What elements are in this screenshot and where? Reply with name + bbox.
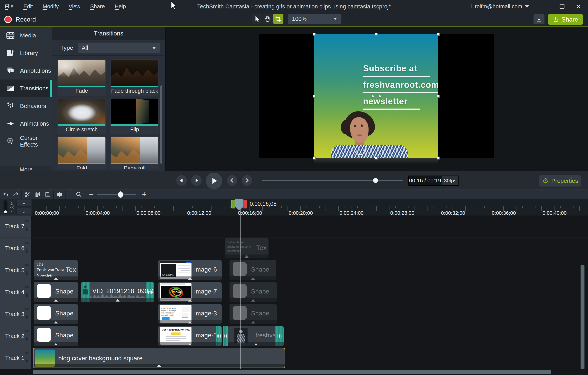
clip-image-7[interactable]: 100%?image-7 <box>158 282 222 302</box>
crop-handle-bottom-right[interactable] <box>437 156 440 159</box>
clip-blog-cover-background-square[interactable]: blog cover background square <box>33 348 285 368</box>
type-select[interactable]: All <box>78 43 160 53</box>
transition-fadeblack[interactable]: Fade through black <box>110 59 159 96</box>
crop-handle-right-mid[interactable] <box>437 95 440 98</box>
copy-button[interactable] <box>33 190 42 198</box>
lock-icon[interactable] <box>24 314 29 319</box>
properties-button[interactable]: ⚙ Properties <box>539 175 581 187</box>
share-button[interactable]: Share <box>548 14 583 25</box>
record-button[interactable]: Record <box>4 15 36 24</box>
clip-shape[interactable]: Shape <box>34 282 78 302</box>
paste-button[interactable] <box>43 190 52 198</box>
undo-button[interactable] <box>1 190 10 198</box>
menu-modify[interactable]: Modify <box>42 3 59 10</box>
select-tool-button[interactable] <box>252 14 262 24</box>
playback-scrubber[interactable] <box>262 180 403 181</box>
menu-edit[interactable]: Edit <box>23 3 33 10</box>
add-track-button[interactable]: + <box>16 200 31 207</box>
eye-icon[interactable] <box>24 306 29 312</box>
crop-handle-top-left[interactable] <box>313 33 316 36</box>
crop-handle-top-right[interactable] <box>437 33 440 36</box>
lock-icon[interactable] <box>24 358 29 363</box>
panel-scrollbar[interactable] <box>160 85 162 164</box>
cut-button[interactable] <box>23 190 32 198</box>
lock-icon[interactable] <box>24 227 29 232</box>
lock-icon[interactable] <box>24 336 29 341</box>
clip-shape[interactable]: Shape <box>230 304 277 324</box>
sidebar-item-media[interactable]: Media <box>0 27 52 44</box>
stage[interactable]: Subscribe atfreshvanroot.com/newsletter <box>259 34 494 158</box>
transition-flip[interactable]: Flip <box>110 98 159 134</box>
menu-share[interactable]: Share <box>90 3 105 10</box>
timeline-ruler[interactable]: 0:00:00;000:00:04;000:00:08;000:00:12;00… <box>32 199 588 216</box>
center-handle[interactable] <box>378 95 381 98</box>
window-minimize-button[interactable]: – <box>545 3 548 10</box>
eye-icon[interactable] <box>24 284 29 290</box>
sidebar-item-cursor-effects[interactable]: Cursor Effects <box>0 132 52 150</box>
eye-icon[interactable] <box>24 262 29 268</box>
crop-tool-button[interactable] <box>273 14 284 24</box>
eye-icon[interactable] <box>24 350 29 355</box>
previous-frame-button[interactable] <box>176 175 187 186</box>
account-menu[interactable]: i_rolfm@hotmail.com <box>471 0 529 13</box>
collapse-tracks-button[interactable]: ⌄ <box>16 208 31 214</box>
play-button[interactable] <box>206 173 222 189</box>
window-maximize-button[interactable]: ❐ <box>559 3 565 10</box>
window-close-button[interactable]: ✕ <box>576 3 581 10</box>
selection-in-handle[interactable] <box>231 200 235 208</box>
transition-clip[interactable] <box>223 326 229 346</box>
timeline-zoom-knob[interactable] <box>118 191 123 198</box>
sidebar-item-annotations[interactable]: aAnnotations <box>0 62 52 80</box>
clip-tex[interactable]: Subscribe atfreshvanroot.com/newsletterT… <box>225 238 269 259</box>
clip-image-3[interactable]: Calendly helps you schedule meetings wit… <box>158 304 222 324</box>
crop-handle-left-mid[interactable] <box>313 95 316 98</box>
menu-help[interactable]: Help <box>115 3 126 10</box>
sidebar-item-behaviors[interactable]: Behaviors <box>0 97 52 115</box>
canvas-zoom-select[interactable]: 100% <box>288 14 341 24</box>
timeline-zoom-slider[interactable] <box>97 194 136 195</box>
crop-handle-bottom-left[interactable] <box>313 156 316 159</box>
clip-tex[interactable]: TheFresh van RootNewsletterTex <box>34 260 78 280</box>
selection-out-handle[interactable] <box>243 200 247 208</box>
download-button[interactable] <box>534 14 545 24</box>
clip-shape[interactable]: Shape <box>230 260 276 280</box>
clip-image-5[interactable]: Get it together, for free.image-5 <box>158 326 222 346</box>
redo-button[interactable] <box>11 190 20 198</box>
timeline-zoom-out-button[interactable]: − <box>87 190 96 198</box>
playhead-line[interactable] <box>240 208 241 369</box>
clip-freshvan[interactable]: freshvan <box>228 326 284 346</box>
transition-fade[interactable]: Fade <box>57 59 106 96</box>
scrubber-knob[interactable] <box>373 178 378 183</box>
track-height-knob[interactable] <box>4 210 7 213</box>
eye-icon[interactable] <box>24 240 29 246</box>
clip-vid-20191218-09020[interactable]: VID_20191218_09020 <box>81 282 154 302</box>
transition-pageroll[interactable]: Page roll <box>110 136 159 169</box>
gradient-background-media[interactable]: Subscribe atfreshvanroot.com/newsletter <box>314 34 438 158</box>
transition-fold[interactable]: Fold <box>57 136 106 169</box>
sidebar-item-transitions[interactable]: Transitions <box>0 80 52 97</box>
vertical-scrollbar[interactable] <box>580 265 585 369</box>
timeline-zoom-in-button[interactable]: + <box>140 190 148 198</box>
crop-handle-top-mid[interactable] <box>375 33 378 36</box>
menu-file[interactable]: File <box>5 3 13 10</box>
crop-handle-bottom-mid[interactable] <box>375 156 378 159</box>
clip-shape[interactable]: Shape <box>230 282 277 302</box>
menu-view[interactable]: View <box>69 3 80 10</box>
eye-icon[interactable] <box>24 328 29 333</box>
clip-image-6[interactable]: AirPods Proimage-6 <box>158 260 222 280</box>
horizontal-scrollbar[interactable] <box>33 370 551 374</box>
next-frame-button[interactable] <box>191 175 202 186</box>
jump-forward-button[interactable] <box>242 175 252 186</box>
clip-shape[interactable]: Shape <box>34 326 78 346</box>
eye-icon[interactable] <box>24 219 29 224</box>
canvas-text-overlay[interactable]: Subscribe atfreshvanroot.com/newsletter <box>363 63 438 113</box>
sidebar-item-animations[interactable]: Animations <box>0 115 52 132</box>
jump-back-button[interactable] <box>227 175 237 186</box>
clip-shape[interactable]: Shape <box>34 304 78 324</box>
lock-icon[interactable] <box>24 292 29 297</box>
center-handle[interactable] <box>371 95 374 98</box>
pan-tool-button[interactable] <box>263 14 273 24</box>
lock-icon[interactable] <box>24 270 29 275</box>
lock-icon[interactable] <box>24 249 29 253</box>
split-button[interactable] <box>55 190 64 198</box>
